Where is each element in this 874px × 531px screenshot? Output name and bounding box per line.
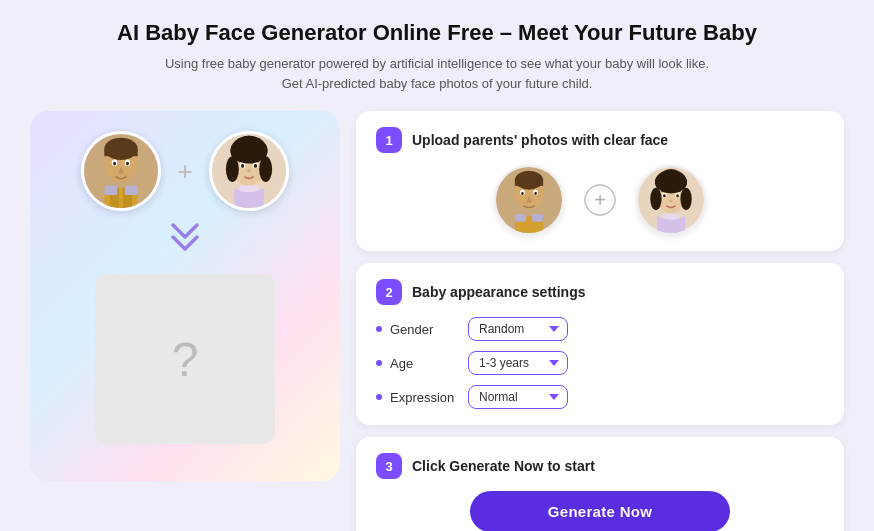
upload-male-avatar[interactable] — [494, 165, 564, 235]
main-content: + — [30, 111, 844, 531]
svg-point-28 — [515, 171, 543, 190]
expression-label: Expression — [390, 390, 460, 405]
step-2-badge: 2 — [376, 279, 402, 305]
generate-section: Generate Now — [376, 491, 824, 531]
gender-select[interactable]: Random Male Female — [468, 317, 568, 341]
svg-point-43 — [662, 169, 681, 182]
svg-rect-3 — [105, 149, 138, 156]
svg-rect-12 — [125, 186, 138, 195]
question-mark-icon: ? — [172, 332, 199, 387]
photos-row: + — [376, 165, 824, 235]
step-2-header: 2 Baby appearance settings — [376, 279, 824, 305]
generate-button[interactable]: Generate Now — [470, 491, 730, 531]
svg-point-32 — [521, 192, 523, 195]
gender-label: Gender — [390, 322, 460, 337]
svg-rect-36 — [532, 215, 543, 223]
right-panel: 1 Upload parents' photos with clear face — [356, 111, 844, 531]
page-title: AI Baby Face Generator Online Free – Mee… — [30, 20, 844, 46]
page-wrapper: AI Baby Face Generator Online Free – Mee… — [0, 0, 874, 531]
step-1-title: Upload parents' photos with clear face — [412, 132, 668, 148]
svg-point-33 — [534, 192, 536, 195]
age-bullet — [376, 360, 382, 366]
upload-plus-icon: + — [584, 184, 616, 216]
gender-bullet — [376, 326, 382, 332]
expression-bullet — [376, 394, 382, 400]
svg-point-23 — [253, 164, 256, 168]
step-3-badge: 3 — [376, 453, 402, 479]
svg-rect-35 — [515, 215, 526, 223]
left-panel: + — [30, 111, 340, 481]
parents-row: + — [81, 131, 288, 211]
svg-rect-11 — [105, 186, 118, 195]
step-1-header: 1 Upload parents' photos with clear face — [376, 127, 824, 153]
svg-point-48 — [669, 200, 672, 202]
gender-setting-row: Gender Random Male Female — [376, 317, 824, 341]
svg-point-22 — [240, 164, 243, 168]
step-1-card: 1 Upload parents' photos with clear face — [356, 111, 844, 251]
plus-icon: + — [177, 156, 192, 187]
upload-female-avatar[interactable] — [636, 165, 706, 235]
svg-point-41 — [680, 188, 691, 211]
page-header: AI Baby Face Generator Online Free – Mee… — [30, 20, 844, 93]
svg-point-2 — [105, 138, 138, 160]
step-3-header: 3 Click Generate Now to start — [376, 453, 824, 479]
settings-list: Gender Random Male Female Age 1-3 years — [376, 317, 824, 409]
chevrons-down-icon — [165, 221, 205, 262]
age-select[interactable]: 1-3 years 4-6 years 7-10 years — [468, 351, 568, 375]
svg-point-46 — [663, 195, 666, 198]
expression-setting-row: Expression Normal Smile Laugh — [376, 385, 824, 409]
age-label: Age — [390, 356, 460, 371]
svg-rect-29 — [515, 181, 543, 187]
svg-point-24 — [247, 170, 251, 173]
svg-point-19 — [237, 136, 259, 151]
svg-point-7 — [126, 162, 129, 166]
step-3-title: Click Generate Now to start — [412, 458, 595, 474]
svg-point-6 — [114, 162, 117, 166]
svg-point-47 — [676, 195, 679, 198]
step-2-title: Baby appearance settings — [412, 284, 586, 300]
step-2-card: 2 Baby appearance settings Gender Random… — [356, 263, 844, 425]
result-placeholder: ? — [95, 274, 275, 444]
subtitle: Using free baby generator powered by art… — [30, 54, 844, 93]
expression-select[interactable]: Normal Smile Laugh — [468, 385, 568, 409]
female-parent-avatar[interactable] — [209, 131, 289, 211]
step-1-badge: 1 — [376, 127, 402, 153]
step-3-card: 3 Click Generate Now to start Generate N… — [356, 437, 844, 531]
age-setting-row: Age 1-3 years 4-6 years 7-10 years — [376, 351, 824, 375]
male-parent-avatar[interactable] — [81, 131, 161, 211]
svg-point-40 — [650, 188, 661, 211]
